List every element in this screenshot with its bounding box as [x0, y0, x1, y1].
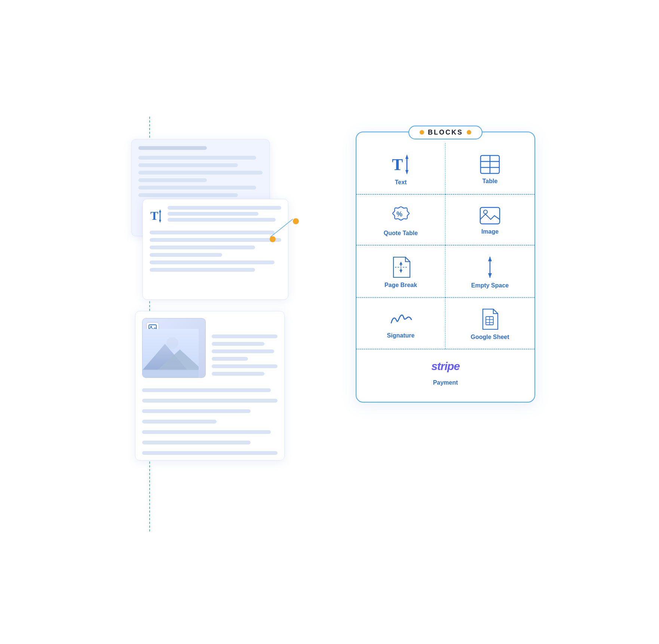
block-quote-table-label: Quote Table — [384, 230, 418, 237]
page-break-icon — [391, 256, 411, 278]
block-payment[interactable]: stripe Payment — [356, 349, 534, 394]
signature-icon — [388, 310, 414, 329]
block-table-label: Table — [482, 178, 498, 185]
block-page-break-label: Page Break — [384, 282, 417, 289]
svg-marker-26 — [399, 270, 402, 273]
header-dot-left — [420, 130, 424, 135]
block-table[interactable]: Table — [445, 143, 534, 194]
block-signature-label: Signature — [387, 332, 415, 339]
svg-marker-3 — [159, 220, 161, 223]
stripe-logo: stripe — [431, 360, 460, 373]
blocks-panel-header: BLOCKS — [356, 126, 534, 139]
payment-icon: stripe — [431, 360, 460, 376]
table-icon — [480, 155, 500, 174]
svg-text:%: % — [396, 210, 402, 218]
svg-marker-30 — [488, 273, 492, 278]
svg-point-22 — [484, 210, 487, 214]
block-page-break[interactable]: Page Break — [356, 245, 445, 298]
svg-marker-29 — [488, 257, 492, 261]
blocks-panel: BLOCKS T Text — [356, 132, 535, 403]
empty-space-icon — [484, 256, 496, 278]
google-sheet-icon — [481, 308, 499, 330]
blocks-grid: T Text Tabl — [356, 143, 534, 394]
block-text[interactable]: T Text — [356, 143, 445, 194]
svg-marker-15 — [405, 170, 408, 175]
quote-table-icon: % — [390, 205, 411, 226]
svg-rect-21 — [480, 207, 500, 224]
svg-marker-2 — [159, 209, 161, 212]
block-empty-space[interactable]: Empty Space — [445, 245, 534, 298]
block-image-label: Image — [481, 228, 499, 235]
text-icon: T — [391, 154, 411, 175]
svg-text:T: T — [150, 209, 158, 222]
svg-rect-10 — [142, 369, 199, 378]
block-text-label: Text — [395, 179, 407, 186]
block-signature[interactable]: Signature — [356, 298, 445, 349]
block-quote-table[interactable]: % Quote Table — [356, 194, 445, 245]
image-icon — [479, 207, 500, 225]
block-image[interactable]: Image — [445, 194, 534, 245]
svg-marker-14 — [405, 154, 408, 159]
document-card-mid: T — [142, 199, 288, 300]
document-card-front — [135, 311, 285, 460]
svg-line-11 — [270, 219, 293, 237]
connector-line — [270, 218, 296, 239]
text-block-icon: T — [150, 208, 163, 224]
svg-marker-25 — [399, 262, 402, 265]
connector-dot-top — [293, 218, 299, 224]
header-dot-right — [467, 130, 471, 135]
connector-dot-bottom — [270, 236, 276, 242]
blocks-title: BLOCKS — [428, 129, 463, 136]
block-google-sheet[interactable]: Google Sheet — [445, 298, 534, 349]
svg-text:T: T — [392, 155, 403, 174]
svg-point-7 — [166, 337, 178, 349]
block-empty-space-label: Empty Space — [471, 282, 509, 289]
block-payment-label: Payment — [433, 379, 458, 386]
main-scene: T — [124, 117, 535, 528]
block-google-sheet-label: Google Sheet — [471, 334, 509, 341]
